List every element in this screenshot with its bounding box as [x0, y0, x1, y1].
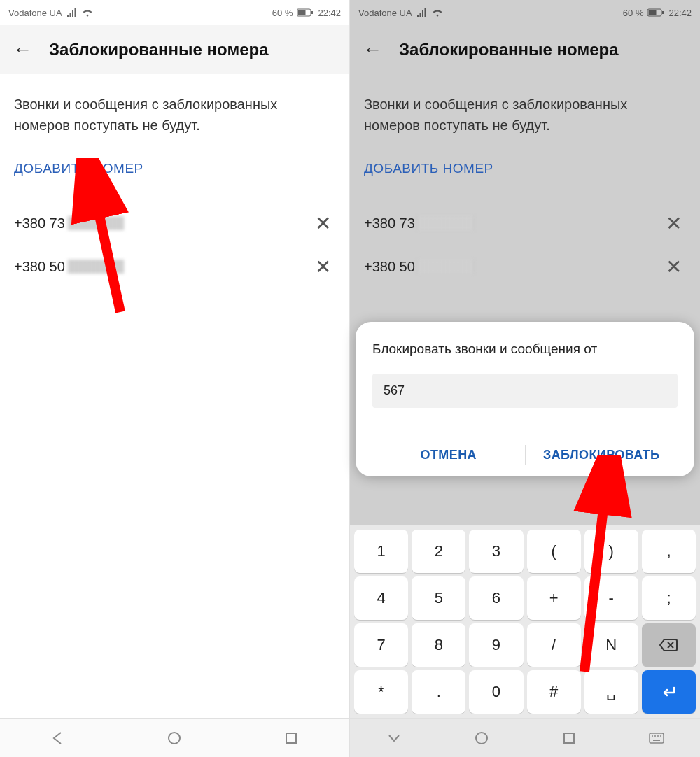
- svg-rect-8: [649, 10, 657, 15]
- key-0[interactable]: 0: [469, 670, 523, 714]
- remove-number-icon[interactable]: ✕: [662, 255, 686, 278]
- key-space[interactable]: ␣: [584, 670, 638, 714]
- svg-point-16: [654, 735, 656, 737]
- phone-number-input[interactable]: [372, 374, 678, 408]
- svg-rect-14: [650, 733, 664, 743]
- remove-number-icon[interactable]: ✕: [311, 255, 335, 278]
- nav-home-icon[interactable]: [166, 730, 183, 747]
- svg-point-12: [476, 733, 487, 744]
- status-bar: Vodafone UA 60 % 22:42: [0, 0, 349, 25]
- nav-bar: [350, 718, 700, 757]
- battery-icon: [648, 8, 664, 17]
- add-number-link[interactable]: ДОБАВИТЬ НОМЕР: [364, 161, 493, 176]
- page-title: Заблокированные номера: [399, 40, 619, 59]
- key-enter[interactable]: [642, 670, 696, 714]
- signal-icon: [66, 8, 78, 17]
- status-bar: Vodafone UA 60 % 22:42: [350, 0, 700, 25]
- dialog-title: Блокировать звонки и сообщения от: [372, 341, 678, 357]
- redacted-digits: [418, 260, 474, 274]
- nav-keyboard-icon[interactable]: [648, 730, 665, 747]
- remove-number-icon[interactable]: ✕: [311, 212, 335, 235]
- blocked-number-text: +380 73: [14, 215, 124, 232]
- svg-point-17: [657, 735, 659, 737]
- key-9[interactable]: 9: [469, 623, 523, 667]
- key-2[interactable]: 2: [412, 530, 465, 573]
- key-n[interactable]: N: [584, 623, 638, 667]
- backspace-icon: [659, 638, 678, 652]
- svg-rect-9: [662, 11, 664, 14]
- key-8[interactable]: 8: [412, 623, 465, 667]
- add-number-link[interactable]: ДОБАВИТЬ НОМЕР: [14, 161, 144, 176]
- blocked-number-row: +380 50 ✕: [364, 245, 686, 288]
- key-6[interactable]: 6: [469, 576, 523, 620]
- blocked-number-text: +380 50: [364, 259, 474, 275]
- wifi-icon: [432, 8, 443, 17]
- key-7[interactable]: 7: [354, 623, 408, 667]
- blocked-number-row: +380 73 ✕: [364, 201, 686, 245]
- key-plus[interactable]: +: [527, 576, 581, 620]
- svg-point-5: [169, 733, 180, 744]
- key-open-paren[interactable]: (: [527, 530, 581, 573]
- key-slash[interactable]: /: [527, 623, 581, 667]
- signal-icon: [416, 8, 428, 17]
- time-label: 22:42: [318, 8, 341, 18]
- svg-rect-6: [286, 733, 296, 743]
- blocked-number-text: +380 50: [14, 259, 124, 275]
- numeric-keyboard: 1 2 3 ( ) , 4 5 6 + - ; 7 8 9 / N * .: [350, 525, 700, 718]
- content-area: Звонки и сообщения с заблокированных ном…: [0, 74, 349, 718]
- key-minus[interactable]: -: [584, 576, 638, 620]
- description-text: Звонки и сообщения с заблокированных ном…: [364, 94, 686, 136]
- battery-pct-label: 60 %: [623, 8, 644, 18]
- battery-pct-label: 60 %: [272, 8, 293, 18]
- time-label: 22:42: [668, 8, 692, 18]
- app-bar: ← Заблокированные номера: [0, 25, 349, 74]
- wifi-icon: [82, 8, 93, 17]
- app-bar: ← Заблокированные номера: [350, 25, 700, 74]
- block-number-dialog: Блокировать звонки и сообщения от ОТМЕНА…: [356, 322, 694, 476]
- key-4[interactable]: 4: [354, 576, 408, 620]
- description-text: Звонки и сообщения с заблокированных ном…: [14, 94, 335, 136]
- key-1[interactable]: 1: [354, 530, 408, 573]
- battery-icon: [297, 8, 314, 17]
- nav-back-icon[interactable]: [386, 730, 402, 747]
- remove-number-icon[interactable]: ✕: [662, 212, 686, 235]
- nav-recent-icon[interactable]: [561, 730, 578, 747]
- nav-recent-icon[interactable]: [283, 730, 300, 747]
- block-button[interactable]: ЗАБЛОКИРОВАТЬ: [526, 448, 678, 462]
- pane-left: Vodafone UA 60 % 22:42 ← Заблокированные…: [0, 0, 350, 757]
- blocked-number-row: +380 73 ✕: [14, 201, 335, 245]
- blocked-number-text: +380 73: [364, 215, 474, 232]
- redacted-digits: [418, 216, 474, 230]
- svg-rect-1: [298, 10, 306, 15]
- back-icon[interactable]: ←: [363, 38, 382, 61]
- carrier-label: Vodafone UA: [358, 8, 412, 18]
- key-comma[interactable]: ,: [642, 530, 696, 573]
- page-title: Заблокированные номера: [49, 40, 269, 59]
- cancel-button[interactable]: ОТМЕНА: [372, 448, 525, 462]
- enter-icon: [660, 685, 677, 699]
- redacted-digits: [68, 216, 124, 230]
- key-star[interactable]: *: [354, 670, 408, 714]
- key-3[interactable]: 3: [469, 530, 523, 573]
- svg-point-18: [660, 735, 662, 737]
- key-hash[interactable]: #: [527, 670, 581, 714]
- svg-rect-13: [564, 733, 574, 743]
- svg-point-15: [652, 735, 653, 737]
- nav-home-icon[interactable]: [473, 730, 490, 747]
- key-backspace[interactable]: [642, 623, 696, 667]
- carrier-label: Vodafone UA: [8, 8, 62, 18]
- redacted-digits: [68, 260, 124, 274]
- key-5[interactable]: 5: [412, 576, 465, 620]
- nav-back-icon[interactable]: [50, 730, 66, 747]
- svg-rect-2: [312, 11, 313, 14]
- blocked-number-row: +380 50 ✕: [14, 245, 335, 288]
- pane-right: Vodafone UA 60 % 22:42 ← Заблокированные…: [350, 0, 700, 757]
- key-dot[interactable]: .: [412, 670, 465, 714]
- key-semicolon[interactable]: ;: [642, 576, 696, 620]
- nav-bar: [0, 718, 349, 757]
- key-close-paren[interactable]: ): [584, 530, 638, 573]
- svg-rect-19: [653, 740, 660, 741]
- back-icon[interactable]: ←: [13, 38, 32, 61]
